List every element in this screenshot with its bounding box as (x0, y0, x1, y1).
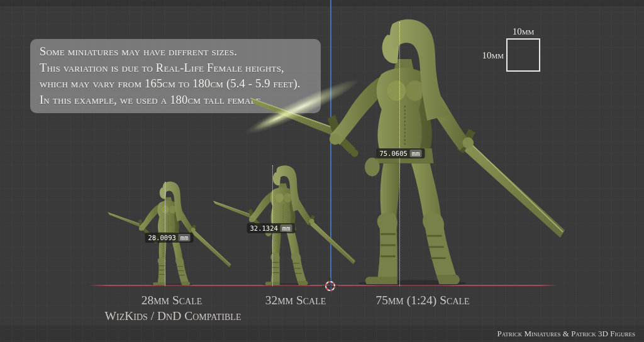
scale-caption-75mm: 75mm (1:24) Scale (375, 294, 469, 307)
measure-unit: mm (179, 234, 191, 241)
measure-value: 75.0605 (380, 150, 408, 157)
measure-unit: mm (280, 224, 292, 232)
3d-cursor-icon (321, 277, 339, 295)
scale-caption-32mm: 32mm Scale (265, 294, 326, 307)
measure-label-75mm: 75.0605 mm (377, 148, 425, 158)
footer-credit: Patrick Miniatures & Patrick 3D Figures (497, 329, 635, 339)
measure-value: 28.0093 (148, 234, 176, 241)
measure-label-32mm: 32.1324 mm (247, 223, 296, 233)
measure-value: 32.1324 (250, 224, 278, 232)
measure-unit: mm (410, 150, 422, 157)
viewport-canvas[interactable]: Some miniatures may have diffrent sizes.… (0, 0, 644, 342)
scale-caption-28mm: 28mm Scale (142, 294, 203, 307)
measure-label-28mm: 28.0093 mm (145, 233, 194, 243)
scale-caption-28mm-compat: WizKids / DnD Compatible (105, 309, 242, 323)
